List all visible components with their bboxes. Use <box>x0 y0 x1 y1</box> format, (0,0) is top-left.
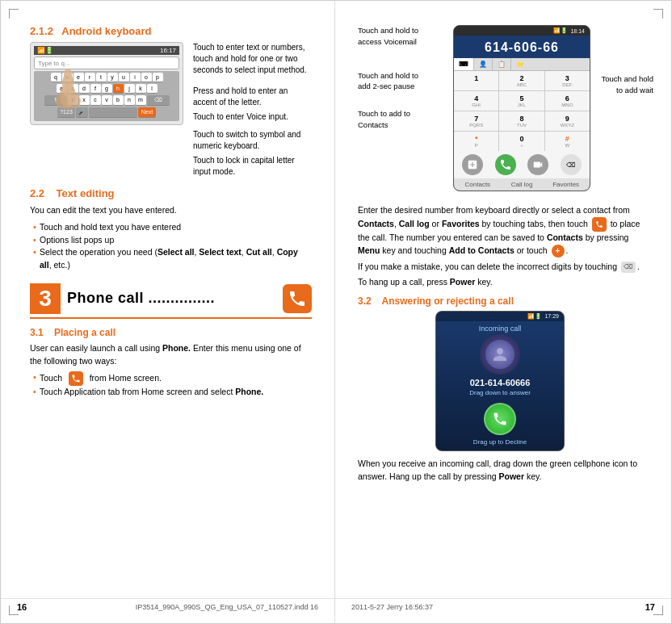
kb-key-j: j <box>124 84 135 94</box>
kb-key-n: n <box>124 95 135 106</box>
kb-status-icons: 📶🔋 <box>37 47 53 54</box>
phone-home-icon <box>69 371 83 386</box>
dialer-key-2[interactable]: 2ABC <box>499 71 544 90</box>
tab-dial[interactable]: ⌨ <box>454 58 474 70</box>
incoming-status-bar: 📶🔋 17:29 <box>436 312 564 321</box>
bullet-3: Select the operation you need (Select al… <box>33 246 312 272</box>
keyboard-image: 📶🔋 16:17 Type to q... q w e r <box>30 42 183 181</box>
kb-key-enter: Next <box>138 107 156 118</box>
kb-key-g: g <box>102 84 112 94</box>
btn-video[interactable] <box>527 154 548 175</box>
incoming-time: 17:29 <box>544 313 559 320</box>
left-footer-doc: IP3514_990A_990S_QG_Eng_USA_07_110527.in… <box>136 603 318 611</box>
right-page: Touch and hold toaccess Voicemail Touch … <box>335 1 671 623</box>
incoming-avatar-inner <box>485 340 514 369</box>
kb-key-v: v <box>102 95 112 106</box>
dialer-key-7[interactable]: 7PQRS <box>454 111 498 131</box>
text-editing-bullets: Touch and hold text you have entered Opt… <box>30 221 312 272</box>
tab-favorites[interactable]: ⭐ <box>511 58 529 70</box>
left-page-num: 16 <box>17 602 27 612</box>
dialer-desc-2: If you make a mistake, you can delete th… <box>358 261 642 274</box>
dialer-actions: ⌫ <box>454 151 590 178</box>
kb-key-l: l <box>147 84 158 94</box>
keyboard-callout-area: 📶🔋 16:17 Type to q... q w e r <box>30 42 312 181</box>
kb-status-bar: 📶🔋 16:17 <box>34 46 179 55</box>
tab-call-log[interactable]: 📋 <box>493 58 511 70</box>
bullet-1: Touch and hold text you have entered <box>33 221 312 234</box>
callout-3: Touch to enter Voice input. <box>193 111 312 123</box>
dialer-tabs: ⌨ 👤 📋 ⭐ <box>454 58 590 71</box>
right-page-num: 17 <box>645 602 655 612</box>
chapter-3-box: 3 Phone call ............... <box>30 283 312 319</box>
section-2-2-heading: 2.2 Text editing <box>30 187 312 199</box>
callout-contacts: Touch to add toContacts <box>358 108 447 131</box>
drag-to-answer: Drag down to answer <box>436 389 564 396</box>
add-icon: + <box>552 245 565 258</box>
dialer-key-3[interactable]: 3DEF <box>545 71 590 90</box>
kb-key-k: k <box>136 84 146 94</box>
kb-key-space <box>89 107 137 118</box>
incoming-avatar <box>480 334 520 375</box>
callout-voicemail: Touch and hold toaccess Voicemail <box>358 25 447 48</box>
answering-desc: When you receive an incoming call, drag … <box>358 458 642 484</box>
incoming-label: Incoming call <box>436 321 564 334</box>
dialer-desc-1: Enter the desired number from keyboard d… <box>358 204 642 258</box>
dialer-number: 614-606-66 <box>454 36 590 58</box>
drag-to-decline: Drag up to Decline <box>436 438 564 450</box>
bottom-favorites: Favorites <box>544 181 587 188</box>
section-3-1-heading: 3.1 Placing a call <box>30 327 312 338</box>
kb-key-i: i <box>130 73 141 82</box>
dialer-key-8[interactable]: 8TUV <box>499 111 544 131</box>
delete-icon: ⌫ <box>621 262 636 273</box>
bullet-app-tab: Touch Application tab from Home screen a… <box>33 386 312 399</box>
incoming-status-icons: 📶🔋 <box>527 313 542 320</box>
dialer-callouts-wrapper: Touch and hold toaccess Voicemail Touch … <box>358 25 642 198</box>
kb-time: 16:17 <box>160 47 176 54</box>
keyboard-screenshot: 📶🔋 16:17 Type to q... q w e r <box>30 42 183 125</box>
dialer-status-icons: 📶🔋 <box>553 27 568 34</box>
bottom-contacts: Contacts <box>456 181 499 188</box>
dialer-key-0[interactable]: 0+ <box>499 132 544 151</box>
dialer-key-6[interactable]: 6MNO <box>545 91 590 111</box>
dialer-bottom-bar: Contacts Call log Favorites <box>454 178 590 191</box>
callout-wait: Touch and holdto add wait <box>597 73 653 96</box>
dialer-grid: 1 2ABC 3DEF 4GHI 5JKL 6MNO 7PQRS 8TUV 9W… <box>454 71 590 151</box>
btn-add-contact[interactable] <box>462 154 483 175</box>
btn-backspace[interactable]: ⌫ <box>561 154 582 175</box>
bottom-call-log: Call log <box>501 181 544 188</box>
placing-call-text: User can easily launch a call using Phon… <box>30 342 312 368</box>
dialer-key-5[interactable]: 5JKL <box>499 91 544 111</box>
kb-key-t: t <box>96 73 107 82</box>
kb-key-h: h <box>113 84 124 94</box>
chapter-title: Phone call ............... <box>67 290 283 307</box>
incoming-answer-btn[interactable] <box>484 403 516 435</box>
dialer-key-star[interactable]: *P <box>454 132 498 151</box>
kb-key-delete: ⌫ <box>147 95 170 106</box>
dialer-callout-right: Touch and holdto add wait <box>597 25 653 198</box>
dialer-key-4[interactable]: 4GHI <box>454 91 498 111</box>
left-page: 2.1.2 Android keyboard 📶🔋 16:17 Type to … <box>1 1 335 623</box>
dialer-key-9[interactable]: 9WXYZ <box>545 111 590 131</box>
left-footer: 16 IP3514_990A_990S_QG_Eng_USA_07_110527… <box>1 598 334 612</box>
kb-key-m: m <box>136 95 146 106</box>
finger-overlay <box>48 65 87 111</box>
dialer-key-1[interactable]: 1 <box>454 71 498 90</box>
corner-tr <box>653 9 663 19</box>
chapter-phone-icon <box>283 284 312 313</box>
bullet-touch: Touch from Home screen. <box>33 371 312 386</box>
svg-point-3 <box>64 69 72 82</box>
kb-key-u: u <box>119 73 129 82</box>
btn-call[interactable] <box>495 154 516 175</box>
callout-1: Touch to enter text or numbers, touch an… <box>193 42 312 76</box>
right-footer: 2011-5-27 Jerry 16:56:37 17 <box>335 598 671 612</box>
callout-5: Touch to lock in capital letter input mo… <box>193 155 312 178</box>
text-editing-intro: You can edit the text you have entered. <box>30 204 312 217</box>
right-footer-doc: 2011-5-27 Jerry 16:56:37 <box>351 603 433 611</box>
dialer-key-hash[interactable]: #W <box>545 132 590 151</box>
incoming-call-screenshot: 📶🔋 17:29 Incoming call 021-614-60666 Dra… <box>435 311 565 451</box>
callout-2: Press and hold to enter an accent of the… <box>193 86 312 108</box>
section-2-1-2-heading: 2.1.2 Android keyboard <box>30 25 312 37</box>
tab-contacts[interactable]: 👤 <box>474 58 493 70</box>
kb-key-f: f <box>90 84 101 94</box>
chapter-number: 3 <box>30 283 61 314</box>
